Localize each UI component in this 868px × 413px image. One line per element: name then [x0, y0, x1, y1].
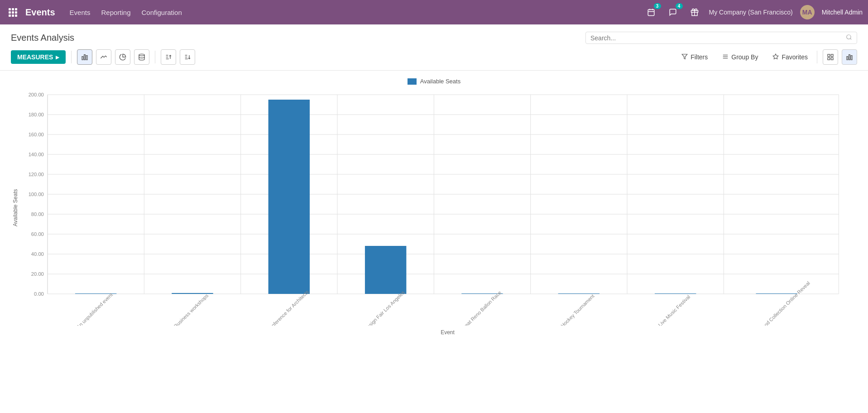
- toolbar-divider-3: [817, 51, 817, 63]
- svg-rect-40: [851, 56, 852, 60]
- toolbar: MEASURES ▶: [0, 44, 868, 71]
- svg-text:Live Music Festival: Live Music Festival: [657, 294, 691, 326]
- svg-rect-35: [831, 54, 833, 57]
- toolbar-divider-1: [71, 51, 72, 63]
- stack-view-btn[interactable]: [134, 49, 149, 65]
- svg-rect-37: [831, 58, 833, 60]
- svg-rect-74: [269, 100, 310, 294]
- svg-rect-9: [648, 10, 654, 16]
- search-input[interactable]: [590, 34, 846, 42]
- group-by-button[interactable]: Group By: [719, 52, 762, 63]
- measures-button[interactable]: MEASURES ▶: [11, 50, 66, 64]
- line-chart-view-btn[interactable]: [96, 49, 111, 65]
- svg-marker-29: [682, 54, 687, 59]
- sort-asc-btn[interactable]: [161, 49, 176, 65]
- filters-label: Filters: [691, 53, 708, 61]
- svg-rect-78: [655, 293, 696, 294]
- nav-links: Events Reporting Configuration: [70, 7, 644, 18]
- svg-text:OpenWood Collection Online Rev: OpenWood Collection Online Reveal: [749, 280, 811, 326]
- svg-marker-33: [773, 54, 779, 59]
- svg-text:180.00: 180.00: [29, 112, 44, 117]
- svg-rect-3: [9, 11, 11, 14]
- svg-rect-75: [365, 246, 406, 294]
- svg-text:160.00: 160.00: [29, 132, 44, 137]
- search-bar: [585, 32, 857, 44]
- filter-icon: [681, 53, 688, 61]
- page-header: Events Analysis: [0, 24, 868, 44]
- svg-rect-73: [172, 293, 213, 294]
- chart-container: 0.00 20.00 40.00 60.00 80.00 100.00 120.…: [20, 90, 857, 326]
- page-title: Events Analysis: [11, 33, 74, 43]
- group-by-label: Group By: [731, 53, 758, 61]
- svg-line-16: [850, 38, 852, 40]
- avatar[interactable]: MA: [800, 5, 815, 19]
- svg-text:200.00: 200.00: [29, 92, 44, 97]
- chart-legend: Available Seats: [11, 78, 857, 85]
- svg-rect-17: [82, 57, 83, 60]
- svg-rect-19: [86, 56, 88, 60]
- page-content: Events Analysis MEASURES ▶: [0, 24, 868, 413]
- svg-text:80.00: 80.00: [31, 211, 44, 217]
- filters-button[interactable]: Filters: [678, 52, 711, 63]
- gift-icon-btn[interactable]: [687, 5, 702, 19]
- svg-rect-79: [756, 293, 797, 294]
- svg-text:140.00: 140.00: [29, 152, 44, 157]
- svg-text:120.00: 120.00: [29, 172, 44, 177]
- favorites-icon: [772, 53, 779, 61]
- svg-rect-5: [15, 11, 17, 14]
- svg-text:0.00: 0.00: [34, 291, 44, 297]
- bar-chart-main-view-btn[interactable]: [842, 49, 857, 65]
- svg-text:20.00: 20.00: [31, 271, 44, 277]
- svg-rect-77: [558, 293, 599, 294]
- svg-rect-1: [12, 8, 14, 10]
- svg-text:60.00: 60.00: [31, 231, 44, 237]
- company-name[interactable]: My Company (San Francisco): [709, 9, 793, 16]
- chart-svg: 0.00 20.00 40.00 60.00 80.00 100.00 120.…: [20, 90, 857, 326]
- chart-wrapper: Available Seats: [11, 90, 857, 326]
- y-axis-label: Available Seats: [11, 90, 20, 326]
- svg-rect-34: [828, 54, 830, 57]
- svg-text:Great Reno Ballon Race: Great Reno Ballon Race: [460, 290, 502, 326]
- svg-rect-8: [15, 14, 17, 17]
- svg-rect-6: [9, 14, 11, 17]
- x-axis-label: Event: [20, 329, 857, 336]
- svg-text:Hockey Tournament: Hockey Tournament: [560, 293, 595, 326]
- chat-badge: 4: [676, 3, 683, 9]
- svg-point-15: [847, 35, 851, 39]
- toolbar-divider-2: [155, 51, 155, 63]
- measures-label: MEASURES: [17, 53, 53, 61]
- pie-chart-view-btn[interactable]: [115, 49, 130, 65]
- svg-text:Business workshops: Business workshops: [173, 293, 210, 326]
- bar-chart-view-btn[interactable]: [77, 49, 92, 65]
- svg-text:40.00: 40.00: [31, 251, 44, 257]
- favorites-button[interactable]: Favorites: [769, 52, 811, 63]
- grid-view-btn[interactable]: [823, 49, 838, 65]
- topnav: Events Events Reporting Configuration 3 …: [0, 0, 868, 24]
- svg-rect-7: [12, 14, 14, 17]
- svg-text:100.00: 100.00: [29, 192, 44, 197]
- calendar-icon-btn[interactable]: 3: [644, 5, 658, 19]
- grid-menu-icon[interactable]: [5, 5, 20, 19]
- group-by-icon: [722, 53, 729, 61]
- chart-area: Available Seats Available Seats: [0, 71, 868, 326]
- svg-text:An unpublished event: An unpublished event: [76, 292, 114, 326]
- svg-rect-2: [15, 8, 17, 10]
- nav-events[interactable]: Events: [70, 7, 91, 18]
- svg-text:Design Fair Los Angeles: Design Fair Los Angeles: [363, 290, 406, 326]
- nav-configuration[interactable]: Configuration: [142, 7, 182, 18]
- svg-rect-39: [849, 55, 850, 60]
- sort-desc-btn[interactable]: [180, 49, 195, 65]
- favorites-label: Favorites: [782, 53, 808, 61]
- svg-rect-18: [84, 55, 86, 60]
- nav-reporting[interactable]: Reporting: [101, 7, 130, 18]
- svg-point-20: [139, 54, 144, 56]
- svg-rect-4: [12, 11, 14, 14]
- chat-icon-btn[interactable]: 4: [666, 5, 680, 19]
- svg-rect-38: [847, 57, 848, 60]
- app-title: Events: [25, 7, 55, 18]
- username[interactable]: Mitchell Admin: [822, 9, 863, 16]
- svg-text:Conference for Architects: Conference for Architects: [266, 289, 310, 326]
- calendar-badge: 3: [654, 3, 661, 9]
- legend-color-box: [408, 78, 417, 85]
- filter-group: Filters Group By Favorites: [678, 52, 811, 63]
